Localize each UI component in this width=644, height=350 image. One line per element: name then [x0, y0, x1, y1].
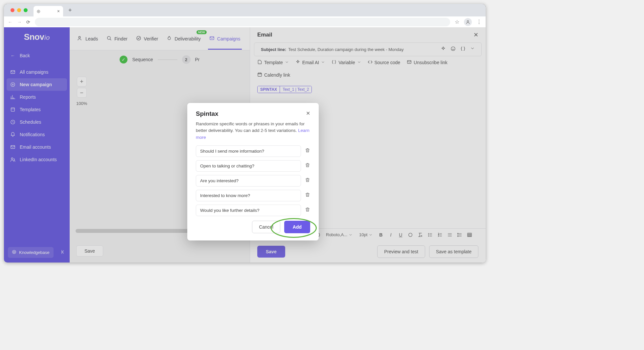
- chart-icon: [10, 94, 16, 100]
- chevron-down-icon: [321, 60, 325, 65]
- back-label: Back: [20, 53, 30, 58]
- sidebar-item-new-campaign[interactable]: New campaign: [7, 78, 67, 91]
- check-circle-icon: [136, 36, 141, 42]
- trash-icon[interactable]: [305, 162, 310, 169]
- canvas-save-button[interactable]: Save: [76, 245, 103, 257]
- minimize-window-icon[interactable]: [17, 8, 21, 12]
- unsubscribe-button[interactable]: Unsubscribe link: [407, 60, 448, 65]
- number-list-icon[interactable]: [437, 232, 443, 238]
- forward-icon[interactable]: →: [17, 19, 22, 25]
- clear-format-icon[interactable]: [417, 232, 424, 238]
- step-label: Sequence: [132, 57, 153, 62]
- star-icon[interactable]: ☆: [455, 19, 459, 25]
- add-button[interactable]: Add: [284, 221, 310, 233]
- subject-row[interactable]: Subject line: Test Schedule, Duration ca…: [254, 42, 482, 56]
- knowledgebase-button[interactable]: Knowledgebase: [8, 247, 54, 258]
- align-icon[interactable]: [447, 232, 453, 238]
- line-height-icon[interactable]: [456, 232, 463, 238]
- tab-close-icon[interactable]: ×: [57, 9, 60, 14]
- cancel-button[interactable]: Cancel: [252, 221, 280, 233]
- spintax-chip[interactable]: SPINTAX Text_1 | Text_2: [257, 86, 312, 93]
- svg-point-0: [467, 20, 469, 22]
- email-ai-dropdown[interactable]: Email AI: [295, 60, 325, 65]
- sidebar-item-all-campaigns[interactable]: All campaigns: [4, 66, 70, 78]
- bold-icon[interactable]: B: [378, 232, 384, 238]
- spintax-modal: Spintax ✕ Randomize specific words or ph…: [187, 103, 319, 240]
- menu-icon[interactable]: ⋮: [476, 19, 482, 25]
- spintax-row: [196, 205, 310, 216]
- nav-verifier[interactable]: Verifier: [136, 28, 158, 50]
- bell-icon: [10, 132, 16, 138]
- trash-icon[interactable]: [305, 192, 310, 199]
- spintax-row: [196, 190, 310, 201]
- maximize-window-icon[interactable]: [24, 8, 28, 12]
- nav-finder[interactable]: Finder: [106, 28, 127, 50]
- zoom-in-button[interactable]: +: [77, 77, 87, 87]
- svg-rect-24: [468, 233, 472, 237]
- spintax-input[interactable]: [196, 175, 301, 187]
- new-tab-button[interactable]: +: [66, 7, 75, 14]
- font-selector[interactable]: Roboto,A...: [324, 231, 354, 238]
- text-color-icon[interactable]: [407, 232, 414, 238]
- size-selector[interactable]: 10pt: [357, 231, 374, 238]
- step-complete-icon: ✓: [120, 56, 127, 63]
- close-window-icon[interactable]: [11, 8, 14, 12]
- save-template-button[interactable]: Save as template: [429, 245, 478, 258]
- sidebar-item-notifications[interactable]: Notifications: [4, 128, 70, 141]
- trash-icon[interactable]: [305, 207, 310, 213]
- variable-dropdown[interactable]: Variable: [332, 60, 361, 65]
- preview-button[interactable]: Preview and test: [377, 245, 425, 258]
- spintax-input[interactable]: [196, 160, 301, 172]
- emoji-icon[interactable]: [450, 46, 456, 53]
- sparkle-icon: [295, 60, 300, 65]
- italic-icon[interactable]: I: [387, 232, 394, 238]
- trash-icon[interactable]: [305, 148, 310, 154]
- spintax-input[interactable]: [196, 205, 301, 216]
- chevron-down-icon[interactable]: [470, 46, 475, 53]
- sidebar-item-label: Templates: [20, 107, 41, 112]
- sidebar-item-schedules[interactable]: Schedules: [4, 116, 70, 128]
- nav-label: Deliverability: [174, 36, 200, 41]
- font-label: Roboto,A...: [326, 232, 347, 237]
- subject-label: Subject line:: [261, 47, 286, 52]
- spintax-input[interactable]: [196, 190, 301, 201]
- template-icon: [10, 107, 16, 113]
- users-icon: [10, 157, 16, 162]
- panel-close-icon[interactable]: ✕: [473, 31, 478, 38]
- sidebar-item-reports[interactable]: Reports: [4, 91, 70, 103]
- calendly-button[interactable]: Calendly link: [257, 72, 290, 78]
- nav-campaigns[interactable]: Campaigns: [209, 28, 241, 50]
- sidebar-item-email-accounts[interactable]: Email accounts: [4, 141, 70, 153]
- url-bar[interactable]: [35, 18, 450, 26]
- sidebar-item-linkedin-accounts[interactable]: LinkedIn accounts: [4, 153, 70, 166]
- save-button[interactable]: Save: [257, 246, 285, 258]
- nav-deliverability[interactable]: DeliverabilityNEW: [167, 28, 200, 50]
- collapse-sidebar-icon[interactable]: [60, 249, 66, 256]
- back-link[interactable]: ← Back: [4, 49, 70, 62]
- sidebar-item-label: Email accounts: [20, 144, 51, 150]
- stepper: ✓ Sequence 2 Pr: [70, 50, 250, 69]
- nav-label: Verifier: [144, 36, 158, 41]
- braces-icon: [332, 60, 336, 65]
- zoom-out-button[interactable]: −: [77, 88, 87, 98]
- sparkle-icon[interactable]: [441, 46, 446, 53]
- browser-tab[interactable]: ◎ ×: [34, 6, 63, 16]
- underline-icon[interactable]: U: [397, 232, 404, 238]
- nav-leads[interactable]: Leads: [78, 28, 98, 50]
- bullet-list-icon[interactable]: [427, 232, 433, 238]
- browser-chrome: ◎ × + ← → ⟳ ☆ ⋮: [4, 4, 486, 27]
- source-code-button[interactable]: Source code: [368, 60, 401, 65]
- braces-icon[interactable]: [460, 46, 466, 53]
- modal-close-icon[interactable]: ✕: [306, 110, 310, 116]
- table-icon[interactable]: [466, 232, 473, 238]
- chevron-down-icon: [357, 60, 361, 65]
- back-icon[interactable]: ←: [8, 19, 12, 25]
- template-dropdown[interactable]: Template: [257, 60, 289, 65]
- trash-icon[interactable]: [305, 177, 310, 184]
- spintax-input[interactable]: [196, 145, 301, 157]
- spintax-row: [196, 145, 310, 157]
- search-icon: [106, 36, 112, 42]
- sidebar-item-templates[interactable]: Templates: [4, 103, 70, 116]
- reload-icon[interactable]: ⟳: [26, 19, 30, 25]
- profile-icon[interactable]: [464, 18, 472, 26]
